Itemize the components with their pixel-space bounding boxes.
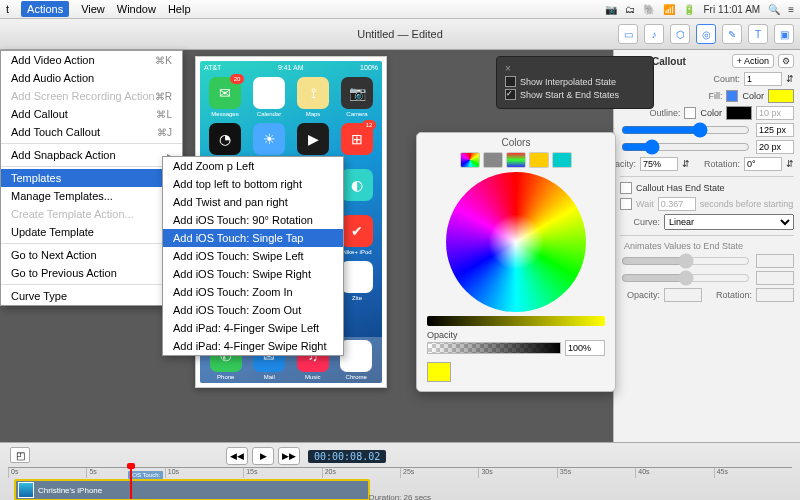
playhead[interactable] [130, 467, 132, 499]
canvas[interactable]: Add Video Action⌘KAdd Audio ActionAdd Sc… [0, 50, 613, 442]
submenu-item[interactable]: Add iOS Touch: Single Tap [163, 229, 343, 247]
outline-checkbox[interactable] [684, 107, 696, 119]
submenu-item[interactable]: Add iOS Touch: Swipe Right [163, 265, 343, 283]
endstate-checkbox[interactable] [620, 182, 632, 194]
rotation-input[interactable] [744, 157, 782, 171]
time-ruler[interactable]: 0s5s10s15s20s25s30s35s40s45s [8, 467, 792, 478]
menu-item[interactable]: Go to Next Action [1, 246, 182, 264]
count-label: Count: [700, 74, 740, 84]
outline-px-input[interactable] [756, 106, 794, 120]
submenu-item[interactable]: Add Twist and pan right [163, 193, 343, 211]
submenu-item[interactable]: Add iOS Touch: Zoom Out [163, 301, 343, 319]
size2-slider [621, 256, 750, 266]
tab-crop-icon[interactable]: ▣ [774, 24, 794, 44]
wifi-icon: 📶 [663, 4, 675, 15]
submenu-item[interactable]: Add iPad: 4-Finger Swipe Left [163, 319, 343, 337]
menu-item[interactable]: Update Template [1, 223, 182, 241]
menu-item[interactable]: Add Audio Action [1, 69, 182, 87]
menu-t[interactable]: t [6, 3, 9, 15]
submenu-item[interactable]: Add iPad: 4-Finger Swipe Right [163, 337, 343, 355]
tab-video-icon[interactable]: ▭ [618, 24, 638, 44]
action-chip[interactable]: iOS Touch: [128, 471, 163, 479]
submenu-item[interactable]: Add top left to bottom right [163, 175, 343, 193]
tab-audio-icon[interactable]: ♪ [644, 24, 664, 44]
tab-text-icon[interactable]: T [748, 24, 768, 44]
count-input[interactable] [744, 72, 782, 86]
outline-label: Outline: [640, 108, 680, 118]
menu-window[interactable]: Window [117, 3, 156, 15]
color-tab[interactable] [552, 152, 572, 168]
spacing2-slider [621, 273, 750, 283]
timecode: 00:00:08.02 [308, 450, 386, 463]
submenu-item[interactable]: Add iOS Touch: 90° Rotation [163, 211, 343, 229]
size-input[interactable] [756, 123, 794, 137]
window-title: Untitled — Edited [357, 28, 443, 40]
battery-icon: 🔋 [683, 4, 695, 15]
opacity-label: Opacity: [613, 159, 636, 169]
play-button[interactable]: ▶ [252, 447, 274, 465]
outline-swatch[interactable] [726, 106, 752, 120]
startend-checkbox[interactable] [505, 89, 516, 100]
color-wheel[interactable] [446, 172, 586, 312]
status-icon: 🗂 [625, 4, 635, 15]
opacity-slider[interactable] [427, 342, 561, 354]
transport-controls: ◀◀ ▶ ▶▶ 00:00:08.02 [226, 447, 386, 465]
spotlight-icon[interactable]: 🔍 [768, 4, 780, 15]
add-action-button[interactable]: + Action [732, 54, 774, 68]
curve-select[interactable]: Linear [664, 214, 794, 230]
size-slider[interactable] [621, 125, 750, 135]
menubar-clock: Fri 11:01 AM [703, 4, 760, 15]
opacity-input[interactable] [640, 157, 678, 171]
menu-item[interactable]: Add Touch Callout⌘J [1, 123, 182, 141]
spacing-input[interactable] [756, 140, 794, 154]
menu-item[interactable]: Templates ▸ [1, 169, 182, 187]
notif-icon[interactable]: ≡ [788, 4, 794, 15]
interp-checkbox[interactable] [505, 76, 516, 87]
menu-actions[interactable]: Actions [21, 1, 69, 17]
menu-view[interactable]: View [81, 3, 105, 15]
crop-button[interactable]: ◰ [10, 447, 30, 463]
stepper-icon[interactable]: ⇵ [682, 159, 690, 169]
video-clip[interactable]: Christine's iPhone [14, 479, 370, 500]
color-tab[interactable] [529, 152, 549, 168]
submenu-item[interactable]: Add iOS Touch: Zoom In [163, 283, 343, 301]
menu-item[interactable]: Add Callout⌘L [1, 105, 182, 123]
tab-annot-icon[interactable]: ⬡ [670, 24, 690, 44]
fill-swatch[interactable] [768, 89, 794, 103]
menu-item[interactable]: Go to Previous Action [1, 264, 182, 282]
wait-input[interactable] [658, 197, 696, 211]
menu-item[interactable]: Manage Templates... [1, 187, 182, 205]
tab-pen-icon[interactable]: ✎ [722, 24, 742, 44]
menu-item[interactable]: Curve Type ▸ [1, 287, 182, 305]
color-tab[interactable] [460, 152, 480, 168]
stepper-icon[interactable]: ⇵ [786, 159, 794, 169]
rewind-button[interactable]: ◀◀ [226, 447, 248, 465]
color-tab[interactable] [506, 152, 526, 168]
forward-button[interactable]: ▶▶ [278, 447, 300, 465]
menu-help[interactable]: Help [168, 3, 191, 15]
wait-checkbox[interactable] [620, 198, 632, 210]
wait-label: Wait [636, 199, 654, 209]
fill-checkbox[interactable] [726, 90, 738, 102]
gear-icon[interactable]: ⚙︎ [778, 54, 794, 68]
status-icon: 📷 [605, 4, 617, 15]
close-icon[interactable]: × [505, 63, 645, 74]
startend-label: Show Start & End States [520, 90, 619, 100]
menu-item[interactable]: Add Snapback Action ▸ [1, 146, 182, 164]
phone-time: 9:41 AM [278, 64, 304, 71]
menubar-right: 📷 🗂 🐘 📶 🔋 Fri 11:01 AM 🔍 ≡ [605, 4, 794, 15]
opacity-input[interactable] [565, 340, 605, 356]
tab-callout-icon[interactable]: ◎ [696, 24, 716, 44]
fill-color-label: Color [742, 91, 764, 101]
phone-carrier: AT&T [204, 64, 221, 71]
opacity2-input [664, 288, 702, 302]
stepper-icon[interactable]: ⇵ [786, 74, 794, 84]
brightness-slider[interactable] [427, 316, 605, 326]
menubar: t Actions View Window Help 📷 🗂 🐘 📶 🔋 Fri… [0, 0, 800, 19]
submenu-item[interactable]: Add Zoom p Left [163, 157, 343, 175]
submenu-item[interactable]: Add iOS Touch: Swipe Left [163, 247, 343, 265]
spacing-slider[interactable] [621, 142, 750, 152]
menu-item[interactable]: Add Video Action⌘K [1, 51, 182, 69]
current-color-swatch[interactable] [427, 362, 451, 382]
color-tab[interactable] [483, 152, 503, 168]
